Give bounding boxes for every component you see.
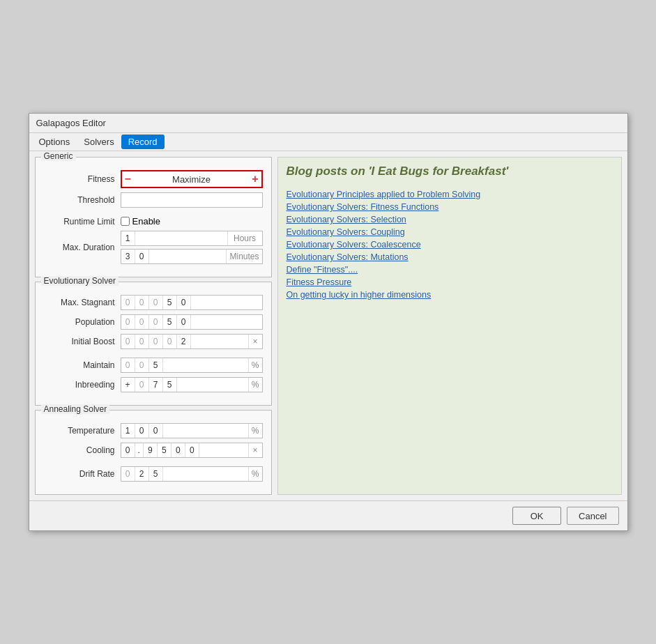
ib-unit: × xyxy=(248,335,262,348)
blog-title: Blog posts on 'I Eat Bugs for Breakfast' xyxy=(287,164,613,183)
runtime-limit-label: Runtime Limit xyxy=(44,217,121,227)
temp-unit: % xyxy=(248,424,262,438)
population-input-wrapper: 0 0 0 5 0 xyxy=(121,314,263,330)
duration-inputs: 1 Hours 3 0 Minutes xyxy=(121,231,263,264)
ib-1: 0 xyxy=(135,335,149,348)
cool-4: 0 xyxy=(185,443,199,457)
evolutionary-section: Evolutionary Solver Max. Stagnant 0 0 0 … xyxy=(35,282,272,406)
mt-unit: % xyxy=(248,358,262,372)
annealing-section-label: Annealing Solver xyxy=(41,404,110,414)
menu-bar: Options Solvers Record xyxy=(29,133,627,151)
minutes-input[interactable]: 3 0 Minutes xyxy=(121,249,263,264)
inb-unit: % xyxy=(248,378,262,392)
ms-3: 5 xyxy=(163,296,177,309)
initial-boost-input[interactable]: 0 0 0 0 2 × xyxy=(121,334,263,349)
cool-0: 0 xyxy=(121,443,135,457)
temperature-input[interactable]: 1 0 0 % xyxy=(121,423,263,438)
runtime-enable-wrapper: Enable xyxy=(121,216,263,227)
menu-options[interactable]: Options xyxy=(32,135,77,149)
dr-2: 5 xyxy=(149,467,163,481)
cool-dot: . xyxy=(135,443,144,457)
minutes-tens: 3 xyxy=(121,250,135,263)
runtime-enable-text: Enable xyxy=(132,216,160,227)
blog-link-5[interactable]: Evolutionary Solvers: Mutations xyxy=(287,252,613,262)
threshold-row: Threshold xyxy=(44,192,263,208)
blog-link-6[interactable]: Define "Fitness".... xyxy=(287,265,613,275)
blog-link-7[interactable]: Fitness Pressure xyxy=(287,277,613,287)
pop-1: 0 xyxy=(135,315,149,329)
ms-0: 0 xyxy=(121,296,135,309)
initial-boost-row: Initial Boost 0 0 0 0 2 × xyxy=(44,334,263,349)
threshold-input[interactable] xyxy=(121,192,263,208)
max-stagnant-row: Max. Stagnant 0 0 0 5 0 xyxy=(44,295,263,310)
cooling-input[interactable]: 0 . 9 5 0 0 × xyxy=(121,443,263,458)
ms-4: 0 xyxy=(177,296,191,309)
fitness-selector[interactable]: − Maximize + xyxy=(121,170,263,188)
blog-link-8[interactable]: On getting lucky in higher dimensions xyxy=(287,290,613,300)
mt-2: 5 xyxy=(149,358,163,372)
cancel-button[interactable]: Cancel xyxy=(567,507,618,525)
blog-link-3[interactable]: Evolutionary Solvers: Coupling xyxy=(287,227,613,237)
cooling-label: Cooling xyxy=(44,445,121,455)
max-stagnant-input[interactable]: 0 0 0 5 0 xyxy=(121,295,263,310)
drift-rate-input[interactable]: 0 2 5 % xyxy=(121,466,263,482)
cool-3: 0 xyxy=(171,443,185,457)
temp-1: 0 xyxy=(135,424,149,438)
ok-button[interactable]: OK xyxy=(512,507,561,525)
inbreeding-input[interactable]: + 0 7 5 % xyxy=(121,377,263,392)
initial-boost-input-wrapper: 0 0 0 0 2 × xyxy=(121,334,263,349)
max-stagnant-input-wrapper: 0 0 0 5 0 xyxy=(121,295,263,310)
threshold-input-wrapper xyxy=(121,192,263,208)
fitness-label: Fitness xyxy=(44,174,121,184)
runtime-enable-checkbox[interactable] xyxy=(121,217,130,226)
menu-record[interactable]: Record xyxy=(121,135,165,149)
population-input[interactable]: 0 0 0 5 0 xyxy=(121,314,263,330)
max-duration-row: Max. Duration 1 Hours 3 0 Minutes xyxy=(44,231,263,264)
maintain-input-wrapper: 0 0 5 % xyxy=(121,358,263,373)
inb-3: 5 xyxy=(163,378,177,392)
hours-unit: Hours xyxy=(227,231,262,245)
cooling-input-wrapper: 0 . 9 5 0 0 × xyxy=(121,443,263,458)
fitness-minus-icon[interactable]: − xyxy=(125,174,131,185)
temperature-row: Temperature 1 0 0 % xyxy=(44,423,263,438)
cool-1: 9 xyxy=(144,443,158,457)
mt-0: 0 xyxy=(121,358,135,372)
blog-link-2[interactable]: Evolutionary Solvers: Selection xyxy=(287,215,613,224)
cool-unit: × xyxy=(248,443,262,457)
fitness-row: Fitness − Maximize + xyxy=(44,170,263,188)
runtime-limit-row: Runtime Limit Enable xyxy=(44,216,263,227)
main-window: Galapagos Editor Options Solvers Record … xyxy=(29,113,628,531)
inb-2: 7 xyxy=(149,378,163,392)
cool-2: 5 xyxy=(158,443,171,457)
fitness-plus-icon[interactable]: + xyxy=(252,174,258,185)
dr-1: 2 xyxy=(135,467,149,481)
window-title: Galapagos Editor xyxy=(36,118,106,128)
annealing-section: Annealing Solver Temperature 1 0 0 % xyxy=(35,410,272,495)
title-bar: Galapagos Editor xyxy=(29,114,627,133)
population-label: Population xyxy=(44,317,121,327)
blog-link-0[interactable]: Evolutionary Principles applied to Probl… xyxy=(287,190,613,199)
maintain-row: Maintain 0 0 5 % xyxy=(44,358,263,373)
hours-value: 1 xyxy=(121,231,135,245)
fitness-control-wrapper: − Maximize + xyxy=(121,170,263,188)
max-duration-label: Max. Duration xyxy=(44,243,121,252)
initial-boost-label: Initial Boost xyxy=(44,337,121,346)
cooling-row: Cooling 0 . 9 5 0 0 × xyxy=(44,443,263,458)
inbreeding-row: Inbreeding + 0 7 5 % xyxy=(44,377,263,392)
inbreeding-label: Inbreeding xyxy=(44,380,121,390)
ib-4: 2 xyxy=(177,335,191,348)
inbreeding-input-wrapper: + 0 7 5 % xyxy=(121,377,263,392)
threshold-label: Threshold xyxy=(44,195,121,205)
minutes-unit: Minutes xyxy=(226,250,261,263)
drift-rate-label: Drift Rate xyxy=(44,469,121,479)
blog-panel: Blog posts on 'I Eat Bugs for Breakfast'… xyxy=(277,157,622,495)
generic-section: Generic Fitness − Maximize + Threshold xyxy=(35,157,272,277)
bottom-bar: OK Cancel xyxy=(29,500,627,530)
menu-solvers[interactable]: Solvers xyxy=(77,135,121,149)
maintain-input[interactable]: 0 0 5 % xyxy=(121,358,263,373)
population-row: Population 0 0 0 5 0 xyxy=(44,314,263,330)
blog-link-4[interactable]: Evolutionary Solvers: Coalescence xyxy=(287,240,613,250)
blog-link-1[interactable]: Evolutionary Solvers: Fitness Functions xyxy=(287,202,613,212)
hours-input[interactable]: 1 Hours xyxy=(121,231,263,246)
maintain-label: Maintain xyxy=(44,360,121,370)
